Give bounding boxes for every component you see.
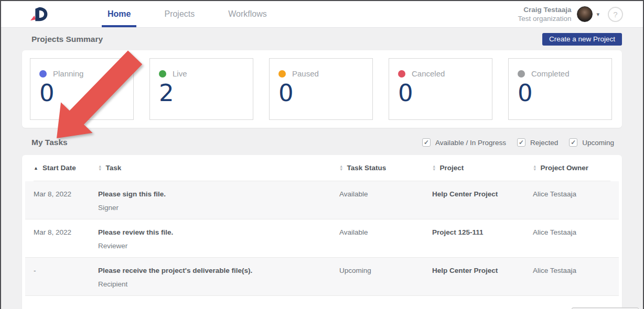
column-header-start-date[interactable]: ▲ Start Date — [34, 164, 98, 172]
status-card-head: Completed — [518, 69, 603, 78]
projects-summary-header: Projects Summary Create a new Project — [22, 28, 622, 50]
status-card-completed[interactable]: Completed 0 — [508, 58, 612, 120]
status-card-live[interactable]: Live 2 — [149, 58, 253, 120]
task-title: Please sign this file. — [98, 190, 339, 198]
status-card-head: Live — [159, 69, 244, 78]
check-icon: ✓ — [424, 139, 429, 146]
help-button[interactable]: ? — [608, 7, 623, 22]
status-card-paused[interactable]: Paused 0 — [269, 58, 373, 120]
check-icon: ✓ — [519, 139, 524, 146]
filter-label: Rejected — [530, 139, 558, 147]
filter-available-in-progress[interactable]: ✓ Available / In Progress — [422, 138, 506, 147]
sort-icon: ▲▼ — [432, 165, 436, 171]
tab-workflows[interactable]: Workflows — [222, 1, 273, 27]
task-filters: ✓ Available / In Progress ✓ Rejected ✓ U… — [422, 138, 614, 147]
filter-upcoming[interactable]: ✓ Upcoming — [569, 138, 614, 147]
status-card-head: Planning — [39, 69, 124, 78]
main-nav: Home Projects Workflows — [102, 1, 273, 27]
user-menu[interactable]: Craig Testaaja Test organization ▾ ? — [518, 1, 623, 27]
checkbox-available-checked[interactable]: ✓ — [422, 138, 431, 147]
cell-project-owner: Alice Testaaja — [533, 267, 610, 288]
status-card-count: 0 — [39, 80, 124, 106]
sort-down-icon: ▼ — [533, 168, 536, 171]
cell-project: Help Center Project — [432, 190, 533, 212]
column-label: Project Owner — [540, 164, 588, 172]
status-card-canceled[interactable]: Canceled 0 — [389, 58, 492, 120]
column-header-project-owner[interactable]: ▲▼ Project Owner — [533, 164, 610, 172]
user-name: Craig Testaaja — [518, 5, 571, 14]
filter-rejected[interactable]: ✓ Rejected — [517, 138, 558, 147]
projects-summary-panel: Planning 0 Live 2 Paused 0 — [22, 50, 622, 128]
live-status-dot-icon — [159, 70, 166, 78]
cell-task: Please review this file. Reviewer — [98, 228, 339, 250]
user-info: Craig Testaaja Test organization — [518, 5, 571, 23]
task-title: Please receive the project's deliverable… — [98, 267, 339, 274]
tab-projects[interactable]: Projects — [158, 1, 200, 27]
checkbox-upcoming-checked[interactable]: ✓ — [569, 138, 577, 147]
status-card-count: 0 — [278, 80, 363, 106]
tab-home-label: Home — [108, 9, 131, 19]
sort-down-icon: ▼ — [339, 168, 343, 171]
task-title: Please review this file. — [98, 228, 339, 236]
sort-down-icon: ▼ — [432, 168, 436, 171]
cell-task-status: Upcoming — [339, 267, 432, 288]
status-card-label: Completed — [531, 69, 570, 78]
status-card-head: Canceled — [398, 69, 483, 78]
table-header-row: ▲ Start Date ▲▼ Task ▲▼ Task Status ▲▼ P… — [34, 155, 610, 181]
paused-status-dot-icon — [278, 70, 286, 78]
status-card-planning[interactable]: Planning 0 — [30, 58, 134, 120]
main-content: Projects Summary Create a new Project Pl… — [1, 28, 643, 309]
tab-workflows-label: Workflows — [228, 9, 267, 19]
chevron-down-icon[interactable]: ▾ — [596, 11, 599, 18]
canceled-status-dot-icon — [398, 70, 405, 78]
sort-icon: ▲▼ — [98, 165, 102, 171]
sort-ascending-icon: ▲ — [34, 165, 38, 171]
app-window: Home Projects Workflows Craig Testaaja T… — [0, 0, 644, 309]
my-tasks-header: My Tasks ✓ Available / In Progress ✓ Rej… — [22, 135, 622, 150]
logo-icon — [28, 6, 48, 23]
column-header-task-status[interactable]: ▲▼ Task Status — [339, 164, 432, 172]
filter-label: Upcoming — [582, 139, 614, 147]
cell-project: Help Center Project — [432, 267, 533, 288]
checkbox-rejected-checked[interactable]: ✓ — [517, 138, 525, 147]
status-card-label: Planning — [53, 69, 83, 78]
status-card-count: 0 — [398, 80, 483, 106]
user-avatar[interactable] — [577, 6, 593, 22]
cell-task: Please sign this file. Signer — [98, 190, 339, 212]
user-organization: Test organization — [518, 14, 571, 23]
projects-summary-title: Projects Summary — [31, 35, 103, 44]
tab-projects-label: Projects — [164, 9, 195, 19]
sort-down-icon: ▼ — [98, 168, 102, 171]
cell-start-date: Mar 8, 2022 — [34, 228, 98, 250]
sort-icon: ▲▼ — [533, 165, 536, 171]
task-role: Signer — [98, 204, 339, 212]
completed-status-dot-icon — [518, 70, 525, 78]
column-label: Task — [105, 164, 121, 172]
my-tasks-title: My Tasks — [31, 138, 68, 147]
task-role: Recipient — [98, 280, 339, 288]
status-card-count: 2 — [159, 80, 244, 106]
status-card-label: Live — [173, 69, 187, 78]
filter-label: Available / In Progress — [435, 139, 506, 147]
column-label: Start Date — [42, 164, 76, 172]
cell-project-owner: Alice Testaaja — [533, 228, 610, 250]
status-card-head: Paused — [278, 69, 363, 78]
table-row[interactable]: Mar 8, 2022 Please review this file. Rev… — [25, 219, 619, 258]
table-row[interactable]: Mar 8, 2022 Please sign this file. Signe… — [25, 181, 619, 219]
cell-start-date: Mar 8, 2022 — [34, 190, 98, 212]
table-row[interactable]: - Please receive the project's deliverab… — [25, 258, 619, 296]
cell-task-status: Available — [339, 190, 432, 212]
status-card-label: Paused — [292, 69, 319, 78]
status-card-label: Canceled — [412, 69, 445, 78]
column-label: Task Status — [347, 164, 386, 172]
column-header-task[interactable]: ▲▼ Task — [98, 164, 339, 172]
sort-icon: ▲▼ — [339, 165, 343, 171]
my-tasks-panel: ▲ Start Date ▲▼ Task ▲▼ Task Status ▲▼ P… — [22, 155, 622, 309]
create-project-button[interactable]: Create a new Project — [542, 33, 622, 46]
tab-home[interactable]: Home — [102, 1, 136, 27]
cell-project: Project 125-111 — [432, 228, 533, 250]
app-logo[interactable] — [28, 1, 48, 27]
planning-status-dot-icon — [39, 70, 47, 78]
column-header-project[interactable]: ▲▼ Project — [432, 164, 533, 172]
cell-task: Please receive the project's deliverable… — [98, 267, 339, 288]
